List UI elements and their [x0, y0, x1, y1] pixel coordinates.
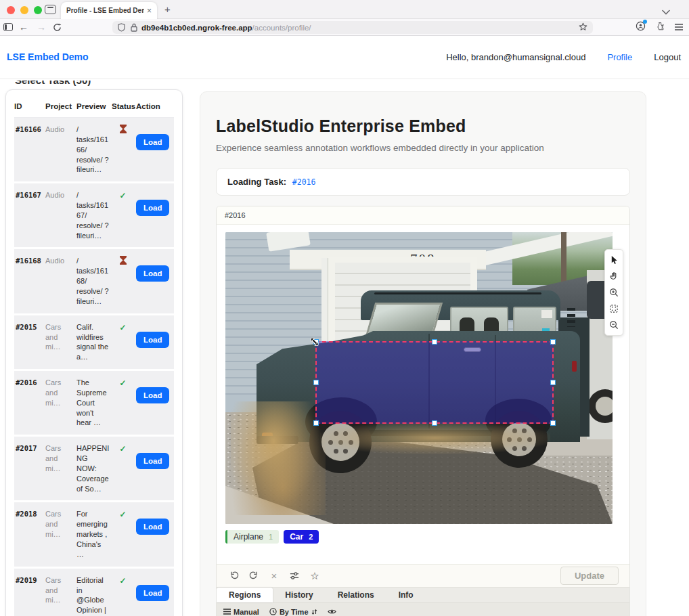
tabs-overflow-chevron-icon[interactable] — [662, 5, 670, 18]
tab-history[interactable]: History — [273, 588, 325, 602]
fit-screen-icon[interactable] — [606, 301, 622, 317]
bbox-handle-middle-left[interactable] — [313, 380, 319, 385]
tab-relations[interactable]: Relations — [326, 588, 386, 602]
load-button[interactable]: Load — [136, 134, 169, 150]
redo-icon[interactable] — [245, 568, 263, 584]
car-bounding-box[interactable] — [315, 341, 554, 424]
task-action: Load — [136, 371, 174, 435]
nav-profile-link[interactable]: Profile — [607, 52, 632, 62]
new-tab-button[interactable]: + — [164, 3, 171, 15]
label-pill-airplane[interactable]: Airplane1 — [225, 530, 279, 544]
star-icon[interactable]: ☆ — [306, 568, 324, 584]
extensions-icon[interactable] — [655, 22, 665, 34]
column-header: ID — [14, 102, 45, 110]
bbox-handle-bottom-middle[interactable] — [432, 420, 437, 426]
task-id: #2016 — [14, 371, 45, 435]
tab-close-icon[interactable]: × — [147, 7, 152, 15]
page-subtitle: Experience seamless annotation workflows… — [216, 143, 630, 153]
update-button[interactable]: Update — [560, 567, 619, 585]
window-controls[interactable] — [7, 6, 42, 14]
task-id: #2015 — [14, 315, 45, 369]
bbox-handle-top-right[interactable] — [550, 339, 556, 345]
main-panel: LabelStudio Enterprise Embed Experience … — [200, 91, 646, 616]
widget-task-id: #2016 — [217, 206, 629, 225]
load-button[interactable]: Load — [136, 453, 169, 469]
tab-regions[interactable]: Regions — [217, 588, 273, 602]
close-window-button[interactable] — [7, 6, 15, 14]
settings-icon[interactable] — [286, 568, 303, 584]
bookmark-star-icon[interactable] — [579, 22, 587, 34]
task-id: #2017 — [14, 437, 45, 500]
notification-dot — [643, 20, 647, 24]
sidebar-toggle-icon[interactable] — [3, 23, 13, 31]
clock-icon — [269, 608, 277, 615]
task-action: Load — [136, 437, 174, 500]
task-action: Load — [136, 249, 174, 313]
task-id: #2019 — [14, 569, 45, 616]
task-project: Cars and mi… — [45, 315, 76, 369]
tab-info[interactable]: Info — [386, 588, 426, 602]
task-action: Load — [136, 569, 174, 616]
dry-weeds-left — [231, 401, 326, 515]
sidebar-title: Select Task (50) — [15, 81, 91, 89]
delete-icon[interactable]: × — [265, 568, 283, 584]
eye-icon — [328, 609, 336, 615]
nav-logout-link[interactable]: Logout — [654, 52, 681, 62]
task-preview: Calif. wildfires signal the a… — [76, 315, 112, 369]
column-header: Project — [45, 102, 76, 110]
image-toolbar — [604, 249, 623, 336]
table-row: #2019Cars and mi…Editorial in @Globe Opi… — [14, 569, 174, 616]
table-header: IDProjectPreviewStatusAction — [14, 97, 174, 118]
zoom-in-icon[interactable] — [606, 284, 622, 301]
bbox-handle-bottom-right[interactable] — [550, 420, 556, 426]
car-rear-vents — [567, 308, 575, 327]
load-button[interactable]: Load — [136, 200, 169, 216]
url-bar[interactable]: db9e4b1cb0ed.ngrok-free.app/accounts/pro… — [112, 21, 593, 34]
back-icon[interactable]: ← — [19, 21, 28, 33]
minimize-window-button[interactable] — [20, 6, 28, 14]
group-manual-control[interactable]: Manual — [223, 608, 259, 616]
undo-icon[interactable] — [225, 568, 242, 584]
load-button[interactable]: Load — [136, 265, 169, 282]
dry-weeds-under-car — [320, 422, 550, 454]
minivan-wheel — [588, 389, 613, 423]
task-project: Audio — [45, 118, 76, 181]
table-row: #2017Cars and mi…HAPPENING NOW: Coverage… — [14, 437, 174, 502]
menu-icon[interactable] — [674, 22, 684, 34]
load-button[interactable]: Load — [136, 585, 169, 601]
account-icon[interactable] — [636, 21, 646, 34]
resize-cursor-icon — [309, 336, 320, 350]
column-header: Action — [136, 102, 174, 110]
table-row: #2016Cars and mi…The Supreme Court won't… — [14, 371, 174, 437]
label-pill-car[interactable]: Car2 — [284, 530, 319, 544]
sort-by-time-control[interactable]: By Time — [269, 608, 317, 616]
check-icon: ✓ — [119, 444, 126, 454]
tab-overview-icon[interactable] — [45, 5, 56, 14]
task-project: Cars and mi… — [45, 502, 76, 566]
load-button[interactable]: Load — [136, 387, 169, 403]
load-button[interactable]: Load — [136, 519, 169, 535]
task-status — [112, 249, 136, 313]
bbox-handle-middle-right[interactable] — [550, 380, 556, 385]
toggle-visibility-control[interactable] — [328, 609, 336, 615]
tab-title: Profile - LSE Embed Demo — [66, 7, 144, 14]
zoom-out-icon[interactable] — [606, 317, 622, 333]
task-image[interactable]: 708 — [225, 232, 613, 524]
pan-hand-icon[interactable] — [606, 268, 622, 284]
cursor-tool-icon[interactable] — [606, 252, 622, 268]
browser-tab[interactable]: Profile - LSE Embed Demo × — [61, 2, 157, 19]
forward-icon: → — [37, 21, 46, 33]
task-table-body: #16166Audio/ tasks/16166/ resolve/ ?file… — [14, 118, 174, 616]
load-button[interactable]: Load — [136, 332, 169, 348]
task-status — [112, 118, 136, 181]
reload-icon[interactable] — [53, 22, 62, 35]
task-action: Load — [136, 118, 174, 181]
zoom-window-button[interactable] — [34, 6, 42, 14]
task-list-panel: IDProjectPreviewStatusAction #16166Audio… — [5, 89, 183, 616]
bbox-handle-bottom-left[interactable] — [313, 420, 319, 426]
label-name: Car — [290, 532, 303, 542]
regions-strip: Manual By Time — [217, 602, 629, 616]
bbox-handle-top-middle[interactable] — [432, 339, 437, 345]
task-preview: / tasks/16166/ resolve/ ?fileuri… — [76, 118, 112, 181]
brand-link[interactable]: LSE Embed Demo — [7, 51, 89, 62]
